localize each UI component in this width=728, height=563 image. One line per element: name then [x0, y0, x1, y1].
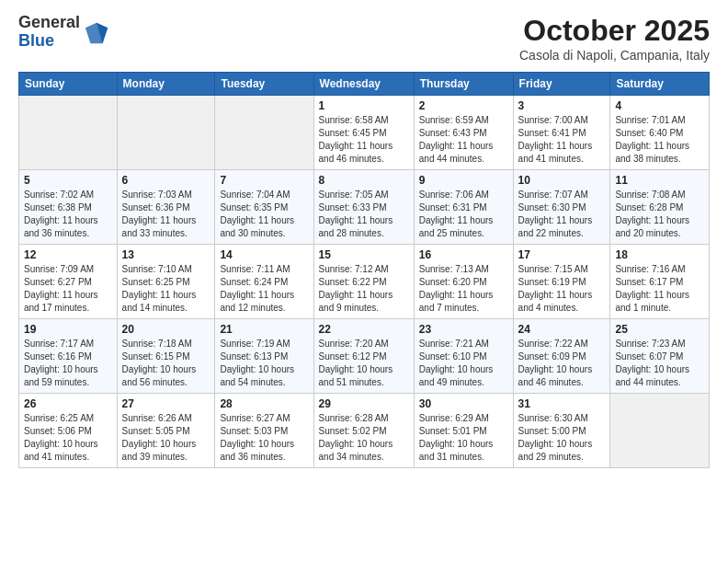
day-info: Sunrise: 7:15 AM Sunset: 6:19 PM Dayligh… — [518, 263, 606, 315]
day-info: Sunrise: 6:58 AM Sunset: 6:45 PM Dayligh… — [319, 114, 409, 166]
weekday-header: Friday — [513, 73, 610, 96]
weekday-header: Saturday — [610, 73, 710, 96]
day-info: Sunrise: 6:59 AM Sunset: 6:43 PM Dayligh… — [419, 114, 508, 166]
day-number: 12 — [24, 248, 112, 261]
calendar-cell: 13Sunrise: 7:10 AM Sunset: 6:25 PM Dayli… — [117, 245, 215, 319]
calendar-cell: 18Sunrise: 7:16 AM Sunset: 6:17 PM Dayli… — [610, 245, 710, 319]
calendar-cell: 10Sunrise: 7:07 AM Sunset: 6:30 PM Dayli… — [513, 170, 610, 245]
day-info: Sunrise: 7:23 AM Sunset: 6:07 PM Dayligh… — [615, 338, 704, 389]
weekday-header: Thursday — [414, 73, 513, 96]
day-info: Sunrise: 6:27 AM Sunset: 5:03 PM Dayligh… — [220, 412, 308, 464]
day-info: Sunrise: 7:20 AM Sunset: 6:12 PM Dayligh… — [319, 338, 409, 389]
calendar-cell: 5Sunrise: 7:02 AM Sunset: 6:38 PM Daylig… — [19, 170, 118, 245]
calendar-cell: 30Sunrise: 6:29 AM Sunset: 5:01 PM Dayli… — [414, 394, 513, 468]
day-info: Sunrise: 6:28 AM Sunset: 5:02 PM Dayligh… — [319, 412, 409, 464]
day-info: Sunrise: 7:07 AM Sunset: 6:30 PM Dayligh… — [518, 189, 606, 240]
logo-blue-text: Blue — [18, 32, 80, 51]
calendar-cell: 17Sunrise: 7:15 AM Sunset: 6:19 PM Dayli… — [513, 245, 610, 319]
calendar-cell: 15Sunrise: 7:12 AM Sunset: 6:22 PM Dayli… — [313, 245, 414, 319]
day-number: 14 — [220, 248, 308, 261]
calendar-cell: 29Sunrise: 6:28 AM Sunset: 5:02 PM Dayli… — [313, 394, 414, 468]
day-number: 6 — [122, 174, 210, 187]
day-info: Sunrise: 7:08 AM Sunset: 6:28 PM Dayligh… — [615, 189, 704, 240]
calendar-cell: 21Sunrise: 7:19 AM Sunset: 6:13 PM Dayli… — [215, 319, 313, 394]
weekday-header: Sunday — [19, 73, 118, 96]
day-number: 24 — [518, 323, 606, 336]
logo: General Blue — [18, 14, 109, 51]
day-info: Sunrise: 7:00 AM Sunset: 6:41 PM Dayligh… — [518, 114, 606, 166]
day-number: 20 — [122, 323, 210, 336]
calendar-cell: 12Sunrise: 7:09 AM Sunset: 6:27 PM Dayli… — [19, 245, 118, 319]
day-info: Sunrise: 7:01 AM Sunset: 6:40 PM Dayligh… — [615, 114, 704, 166]
day-number: 5 — [24, 174, 112, 187]
day-number: 11 — [615, 174, 704, 187]
logo-icon — [84, 19, 109, 45]
day-number: 29 — [319, 397, 409, 410]
day-info: Sunrise: 7:13 AM Sunset: 6:20 PM Dayligh… — [419, 263, 508, 315]
calendar-cell: 1Sunrise: 6:58 AM Sunset: 6:45 PM Daylig… — [313, 96, 414, 170]
day-number: 13 — [122, 248, 210, 261]
calendar-week-row: 26Sunrise: 6:25 AM Sunset: 5:06 PM Dayli… — [19, 394, 710, 468]
location: Casola di Napoli, Campania, Italy — [519, 48, 710, 63]
day-info: Sunrise: 7:22 AM Sunset: 6:09 PM Dayligh… — [518, 338, 606, 389]
day-info: Sunrise: 7:04 AM Sunset: 6:35 PM Dayligh… — [220, 189, 308, 240]
month-title: October 2025 — [519, 14, 710, 48]
day-info: Sunrise: 6:26 AM Sunset: 5:05 PM Dayligh… — [122, 412, 210, 464]
page: General Blue October 2025 Casola di Napo… — [0, 0, 728, 563]
day-number: 19 — [24, 323, 112, 336]
calendar-cell: 9Sunrise: 7:06 AM Sunset: 6:31 PM Daylig… — [414, 170, 513, 245]
calendar-table: SundayMondayTuesdayWednesdayThursdayFrid… — [18, 72, 710, 468]
calendar-cell — [215, 96, 313, 170]
calendar-cell: 31Sunrise: 6:30 AM Sunset: 5:00 PM Dayli… — [513, 394, 610, 468]
weekday-header: Wednesday — [313, 73, 414, 96]
calendar-cell: 23Sunrise: 7:21 AM Sunset: 6:10 PM Dayli… — [414, 319, 513, 394]
day-number: 17 — [518, 248, 606, 261]
calendar-cell: 19Sunrise: 7:17 AM Sunset: 6:16 PM Dayli… — [19, 319, 118, 394]
day-info: Sunrise: 7:21 AM Sunset: 6:10 PM Dayligh… — [419, 338, 508, 389]
calendar-cell: 4Sunrise: 7:01 AM Sunset: 6:40 PM Daylig… — [610, 96, 710, 170]
logo-general-text: General — [18, 14, 80, 32]
day-info: Sunrise: 7:03 AM Sunset: 6:36 PM Dayligh… — [122, 189, 210, 240]
day-number: 30 — [419, 397, 508, 410]
day-info: Sunrise: 7:18 AM Sunset: 6:15 PM Dayligh… — [122, 338, 210, 389]
calendar-cell — [19, 96, 118, 170]
calendar-week-row: 5Sunrise: 7:02 AM Sunset: 6:38 PM Daylig… — [19, 170, 710, 245]
day-number: 27 — [122, 397, 210, 410]
header: General Blue October 2025 Casola di Napo… — [18, 14, 710, 63]
calendar-cell: 14Sunrise: 7:11 AM Sunset: 6:24 PM Dayli… — [215, 245, 313, 319]
day-info: Sunrise: 6:30 AM Sunset: 5:00 PM Dayligh… — [518, 412, 606, 464]
day-info: Sunrise: 7:11 AM Sunset: 6:24 PM Dayligh… — [220, 263, 308, 315]
day-number: 21 — [220, 323, 308, 336]
day-number: 9 — [419, 174, 508, 187]
calendar-week-row: 19Sunrise: 7:17 AM Sunset: 6:16 PM Dayli… — [19, 319, 710, 394]
day-number: 16 — [419, 248, 508, 261]
calendar-cell — [610, 394, 710, 468]
day-info: Sunrise: 7:09 AM Sunset: 6:27 PM Dayligh… — [24, 263, 112, 315]
calendar-cell: 25Sunrise: 7:23 AM Sunset: 6:07 PM Dayli… — [610, 319, 710, 394]
day-info: Sunrise: 6:25 AM Sunset: 5:06 PM Dayligh… — [24, 412, 112, 464]
calendar-cell: 28Sunrise: 6:27 AM Sunset: 5:03 PM Dayli… — [215, 394, 313, 468]
day-number: 22 — [319, 323, 409, 336]
day-number: 18 — [615, 248, 704, 261]
day-number: 10 — [518, 174, 606, 187]
calendar-cell: 24Sunrise: 7:22 AM Sunset: 6:09 PM Dayli… — [513, 319, 610, 394]
calendar-cell: 6Sunrise: 7:03 AM Sunset: 6:36 PM Daylig… — [117, 170, 215, 245]
calendar-cell: 3Sunrise: 7:00 AM Sunset: 6:41 PM Daylig… — [513, 96, 610, 170]
calendar-cell: 11Sunrise: 7:08 AM Sunset: 6:28 PM Dayli… — [610, 170, 710, 245]
calendar-week-row: 12Sunrise: 7:09 AM Sunset: 6:27 PM Dayli… — [19, 245, 710, 319]
weekday-header: Tuesday — [215, 73, 313, 96]
calendar-cell: 2Sunrise: 6:59 AM Sunset: 6:43 PM Daylig… — [414, 96, 513, 170]
day-number: 2 — [419, 99, 508, 112]
calendar-cell: 26Sunrise: 6:25 AM Sunset: 5:06 PM Dayli… — [19, 394, 118, 468]
day-info: Sunrise: 7:06 AM Sunset: 6:31 PM Dayligh… — [419, 189, 508, 240]
day-number: 1 — [319, 99, 409, 112]
day-number: 8 — [319, 174, 409, 187]
day-number: 31 — [518, 397, 606, 410]
day-info: Sunrise: 7:10 AM Sunset: 6:25 PM Dayligh… — [122, 263, 210, 315]
day-number: 7 — [220, 174, 308, 187]
day-number: 4 — [615, 99, 704, 112]
day-number: 28 — [220, 397, 308, 410]
day-info: Sunrise: 7:17 AM Sunset: 6:16 PM Dayligh… — [24, 338, 112, 389]
day-number: 3 — [518, 99, 606, 112]
day-number: 15 — [319, 248, 409, 261]
